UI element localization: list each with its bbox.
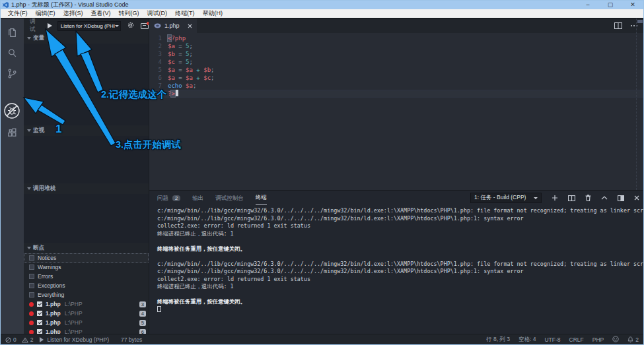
breakpoint-row[interactable]: 1.phpL:\PHP5 xyxy=(24,318,149,327)
bell-icon xyxy=(627,336,633,343)
tab-close-icon[interactable] xyxy=(188,24,192,28)
checkbox-checked[interactable] xyxy=(37,320,42,325)
start-debug-button[interactable] xyxy=(48,23,52,28)
file-size-status[interactable]: 77 bytes xyxy=(121,336,142,343)
menu-item[interactable]: 终端(T) xyxy=(171,9,199,18)
code-line[interactable]: 1<?php xyxy=(149,34,644,42)
tab-label: 1.php xyxy=(164,22,180,29)
debug-status[interactable]: Listen for XDebug (PHP) xyxy=(40,336,109,343)
more-actions-icon[interactable] xyxy=(630,24,638,27)
editor-group: 1.php 1<?php2$a = 5;3$b = 5;4$c = 5;5$a … xyxy=(149,18,644,190)
breakpoint-filter-row[interactable]: Everything xyxy=(24,290,149,299)
debug-view-title: 调试 xyxy=(30,18,41,34)
code-line[interactable]: 2$a = 5; xyxy=(149,42,644,50)
panel-tab-label: 问题 xyxy=(157,195,168,203)
checkbox-checked[interactable] xyxy=(37,301,42,307)
menu-item[interactable]: 选择(S) xyxy=(59,9,87,18)
terminal-instance-dropdown[interactable]: 1: 任务 - Build (CPP) xyxy=(470,193,542,203)
checkbox-unchecked[interactable] xyxy=(29,283,34,288)
menu-item[interactable]: 调试(D) xyxy=(143,9,172,18)
debug-config-dropdown[interactable]: Listen for XDebug (PHI xyxy=(57,21,121,31)
overview-ruler[interactable] xyxy=(636,18,637,190)
debug-sidebar: 调试 Listen for XDebug (PHI 变量 监视 调用堆栈 断点 … xyxy=(24,18,149,334)
code-token: ; xyxy=(193,82,196,89)
checkbox-unchecked[interactable] xyxy=(29,292,34,298)
breakpoint-file: 1.php xyxy=(46,310,61,317)
menu-item[interactable]: 文件(F) xyxy=(4,9,32,18)
maximize-panel-icon[interactable] xyxy=(618,195,624,201)
code-token: $a xyxy=(168,75,175,81)
php-file-icon xyxy=(154,23,161,28)
search-icon[interactable] xyxy=(0,43,24,63)
code-line[interactable]: 7echo $a; xyxy=(149,82,644,90)
vscode-window: 1.php - 无标题 (工作区) - Visual Studio Code –… xyxy=(0,0,644,345)
checkbox-unchecked[interactable] xyxy=(29,255,34,261)
menu-item[interactable]: 转到(G) xyxy=(115,9,143,18)
debug-configure-gear-icon[interactable] xyxy=(127,21,135,30)
code-editor[interactable]: 1<?php2$a = 5;3$b = 5;4$c = 5;5$a = $a +… xyxy=(149,33,644,190)
notifications-bell[interactable]: 2 xyxy=(627,336,639,343)
problems-status[interactable]: 0 2 xyxy=(5,336,33,343)
panel-tab-item[interactable]: 输出 xyxy=(192,191,203,204)
code-text: $a = $a + $c; xyxy=(168,74,214,82)
breakpoint-filter-row[interactable]: Exceptions xyxy=(24,281,149,290)
window-title: 1.php - 无标题 (工作区) - Visual Studio Code xyxy=(11,1,128,9)
extensions-icon[interactable] xyxy=(0,123,24,142)
cursor-position-status[interactable]: 行 8, 列 3 xyxy=(486,336,510,344)
code-line[interactable]: 3$b = 5; xyxy=(149,50,644,58)
explorer-icon[interactable] xyxy=(0,22,24,42)
debug-icon[interactable] xyxy=(0,101,24,121)
section-callstack[interactable]: 调用堆栈 xyxy=(24,183,149,194)
breakpoint-filter-row[interactable]: Warnings xyxy=(24,263,149,272)
checkbox-unchecked[interactable] xyxy=(29,265,34,270)
breakpoint-dot-icon xyxy=(29,311,34,316)
menu-item[interactable]: 帮助(H) xyxy=(199,9,227,18)
breakpoint-filter-row[interactable]: Notices xyxy=(24,253,149,263)
code-line[interactable]: 5$a = $a + $b; xyxy=(149,66,644,74)
breakpoint-row[interactable]: 1.phpL:\PHP4 xyxy=(24,309,149,318)
debug-console-icon[interactable] xyxy=(141,23,149,29)
breakpoint-row[interactable]: 1.phpL:\PHP3 xyxy=(24,299,149,309)
breakpoint-filter-row[interactable]: Errors xyxy=(24,272,149,281)
panel-tab-label: 输出 xyxy=(192,195,203,203)
source-control-icon[interactable] xyxy=(0,63,24,83)
code-line[interactable]: 6$a = $a + $c; xyxy=(149,74,644,82)
indentation-status[interactable]: 空格: 4 xyxy=(519,336,536,344)
code-line[interactable]: 8?> xyxy=(149,90,644,98)
close-panel-icon[interactable] xyxy=(634,195,639,201)
section-watch[interactable]: 监视 xyxy=(24,125,149,136)
eol-status[interactable]: CRLF xyxy=(569,336,584,343)
checkbox-unchecked[interactable] xyxy=(29,274,34,279)
filter-label: Everything xyxy=(38,292,64,298)
chevron-up-icon[interactable] xyxy=(601,196,608,200)
code-token: > xyxy=(171,90,174,97)
menu-item[interactable]: 编辑(E) xyxy=(32,9,59,18)
language-mode-status[interactable]: PHP xyxy=(592,336,604,343)
warning-icon xyxy=(22,337,28,343)
notification-count: 2 xyxy=(635,336,639,343)
feedback-smiley-icon[interactable] xyxy=(612,336,619,344)
close-button[interactable]: ✕ xyxy=(622,1,644,8)
maximize-button[interactable]: ▢ xyxy=(599,1,622,8)
terminal-cursor xyxy=(157,306,161,312)
new-terminal-icon[interactable] xyxy=(552,195,558,201)
code-token: = xyxy=(175,59,186,65)
minimize-button[interactable]: – xyxy=(577,1,599,8)
section-breakpoints[interactable]: 断点 xyxy=(24,243,149,253)
menu-item[interactable]: 查看(V) xyxy=(87,9,115,18)
panel-tab-item[interactable]: 问题2 xyxy=(157,191,180,204)
panel-tab-active[interactable]: 终端 xyxy=(256,191,267,204)
checkbox-checked[interactable] xyxy=(37,311,42,316)
kill-terminal-trash-icon[interactable] xyxy=(585,195,591,201)
section-variables[interactable]: 变量 xyxy=(24,33,149,44)
filter-label: Notices xyxy=(38,255,56,261)
code-token: ; xyxy=(190,51,193,57)
code-line[interactable]: 4$c = 5; xyxy=(149,58,644,66)
tab-1php[interactable]: 1.php xyxy=(149,18,197,33)
terminal-output[interactable]: c:/mingw/bin/../lib/gcc/mingw32/6.3.0/..… xyxy=(157,207,644,313)
panel-tab-item[interactable]: 调试控制台 xyxy=(215,191,244,204)
split-editor-icon[interactable] xyxy=(614,22,622,29)
encoding-status[interactable]: UTF-8 xyxy=(544,336,560,343)
split-terminal-icon[interactable] xyxy=(568,195,575,201)
error-icon xyxy=(5,337,11,343)
